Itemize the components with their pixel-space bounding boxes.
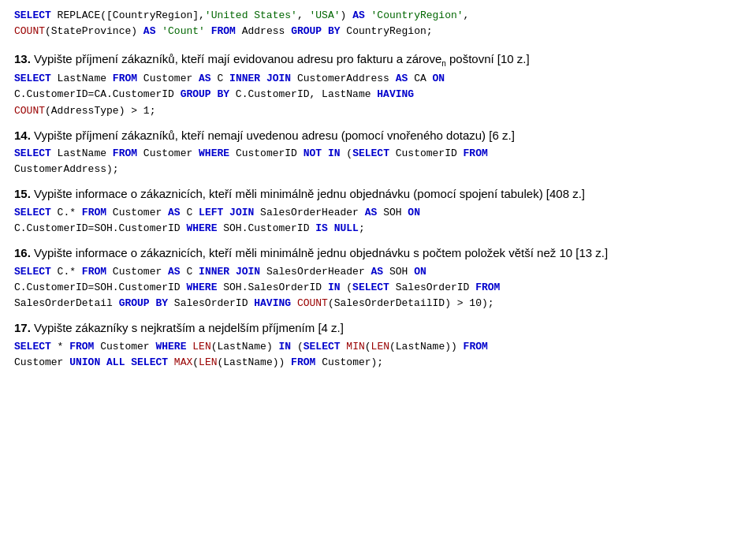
section-14-heading: 14. Vypište příjmení zákazníků, kteří ne… xyxy=(14,127,742,145)
top-code-line-1: SELECT REPLACE([CountryRegion],'United S… xyxy=(14,8,742,24)
section-15: 15. Vypište informace o zákaznicích, kte… xyxy=(14,185,742,237)
s15-code-2: C.CustomerID=SOH.CustomerID WHERE SOH.Cu… xyxy=(14,221,742,237)
section-13-heading: 13. Vypište příjmení zákazníků, kteří ma… xyxy=(14,50,742,69)
s13-code-1: SELECT LastName FROM Customer AS C INNER… xyxy=(14,71,742,87)
section-17-heading: 17. Vypište zákazníky s nejkratším a nej… xyxy=(14,319,742,338)
section-13: 13. Vypište příjmení zákazníků, kteří ma… xyxy=(14,50,742,118)
s16-code-1: SELECT C.* FROM Customer AS C INNER JOIN… xyxy=(14,264,742,280)
s17-code-2: Customer UNION ALL SELECT MAX(LEN(LastNa… xyxy=(14,355,742,371)
top-code-block: SELECT REPLACE([CountryRegion],'United S… xyxy=(14,8,742,39)
top-code-line-2: COUNT(StateProvince) AS 'Count' FROM Add… xyxy=(14,24,742,39)
s13-code-3: COUNT(AddressType) > 1; xyxy=(14,103,742,119)
s14-code-1: SELECT LastName FROM Customer WHERE Cust… xyxy=(14,146,742,162)
s16-code-2: C.CustomerID=SOH.CustomerID WHERE SOH.Sa… xyxy=(14,280,742,296)
section-16: 16. Vypište informace o zákaznicích, kte… xyxy=(14,244,742,311)
s16-code-3: SalesOrderDetail GROUP BY SalesOrderID H… xyxy=(14,296,742,311)
page-content: SELECT REPLACE([CountryRegion],'United S… xyxy=(14,8,742,371)
section-15-heading: 15. Vypište informace o zákaznicích, kte… xyxy=(14,185,742,203)
section-17: 17. Vypište zákazníky s nejkratším a nej… xyxy=(14,319,742,371)
section-14: 14. Vypište příjmení zákazníků, kteří ne… xyxy=(14,127,742,178)
section-16-heading: 16. Vypište informace o zákaznicích, kte… xyxy=(14,244,742,263)
s13-code-2: C.CustomerID=CA.CustomerID GROUP BY C.Cu… xyxy=(14,87,742,103)
s17-code-1: SELECT * FROM Customer WHERE LEN(LastNam… xyxy=(14,339,742,355)
s14-code-2: CustomerAddress); xyxy=(14,162,742,177)
s15-code-1: SELECT C.* FROM Customer AS C LEFT JOIN … xyxy=(14,205,742,221)
